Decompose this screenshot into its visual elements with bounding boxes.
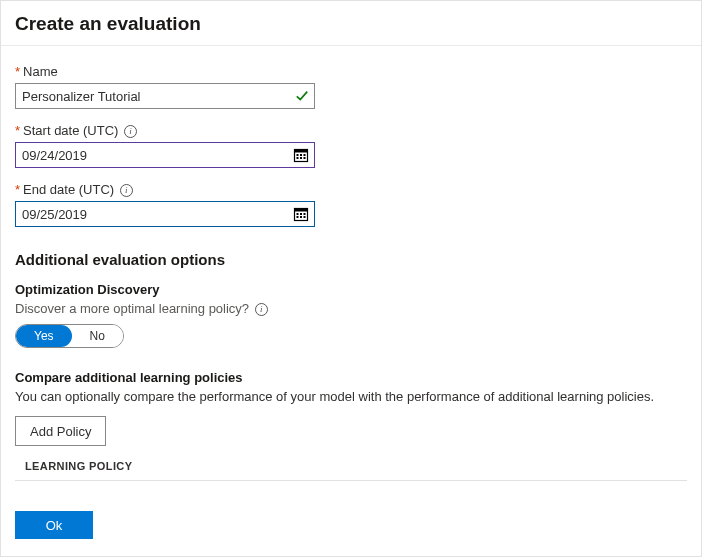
create-evaluation-panel: Create an evaluation *Name *Start date (… [0, 0, 702, 557]
name-input[interactable] [15, 83, 315, 109]
optimization-title: Optimization Discovery [15, 282, 687, 297]
svg-rect-11 [300, 213, 302, 215]
footer: Ok [1, 481, 701, 557]
field-start-date: *Start date (UTC) i [15, 123, 687, 168]
info-icon[interactable]: i [124, 125, 137, 138]
end-input-wrap [15, 201, 315, 227]
svg-rect-7 [304, 157, 306, 159]
calendar-icon[interactable] [293, 147, 309, 163]
check-icon [295, 89, 309, 103]
svg-rect-2 [297, 154, 299, 156]
start-input-wrap [15, 142, 315, 168]
svg-rect-12 [304, 213, 306, 215]
ok-button[interactable]: Ok [15, 511, 93, 539]
compare-title: Compare additional learning policies [15, 370, 687, 385]
start-date-input[interactable] [15, 142, 315, 168]
svg-rect-14 [300, 216, 302, 218]
name-label: Name [23, 64, 58, 79]
add-policy-button[interactable]: Add Policy [15, 416, 106, 446]
field-name: *Name [15, 64, 687, 109]
optimization-desc: Discover a more optimal learning policy? [15, 301, 249, 316]
form-body: *Name *Start date (UTC) i [1, 46, 701, 481]
end-date-input[interactable] [15, 201, 315, 227]
svg-rect-4 [304, 154, 306, 156]
info-icon[interactable]: i [255, 303, 268, 316]
start-label-row: *Start date (UTC) i [15, 123, 687, 138]
info-icon[interactable]: i [120, 184, 133, 197]
svg-rect-9 [295, 209, 308, 212]
compare-desc: You can optionally compare the performan… [15, 389, 687, 404]
panel-header: Create an evaluation [1, 1, 701, 46]
optimization-toggle[interactable]: Yes No [15, 324, 124, 348]
toggle-yes[interactable]: Yes [16, 325, 72, 347]
end-label-row: *End date (UTC) i [15, 182, 687, 197]
end-date-label: End date (UTC) [23, 182, 114, 197]
svg-rect-15 [304, 216, 306, 218]
start-date-label: Start date (UTC) [23, 123, 118, 138]
optimization-desc-row: Discover a more optimal learning policy?… [15, 301, 687, 316]
svg-rect-10 [297, 213, 299, 215]
name-input-wrap [15, 83, 315, 109]
compare-block: Compare additional learning policies You… [15, 370, 687, 481]
required-asterisk: * [15, 182, 20, 197]
calendar-icon[interactable] [293, 206, 309, 222]
svg-rect-3 [300, 154, 302, 156]
page-title: Create an evaluation [15, 13, 687, 35]
required-asterisk: * [15, 64, 20, 79]
svg-rect-5 [297, 157, 299, 159]
field-end-date: *End date (UTC) i [15, 182, 687, 227]
learning-policy-header: LEARNING POLICY [15, 460, 687, 481]
optimization-block: Optimization Discovery Discover a more o… [15, 282, 687, 348]
svg-rect-13 [297, 216, 299, 218]
svg-rect-6 [300, 157, 302, 159]
required-asterisk: * [15, 123, 20, 138]
additional-options-title: Additional evaluation options [15, 251, 687, 268]
toggle-no[interactable]: No [72, 325, 123, 347]
name-label-row: *Name [15, 64, 687, 79]
svg-rect-1 [295, 150, 308, 153]
